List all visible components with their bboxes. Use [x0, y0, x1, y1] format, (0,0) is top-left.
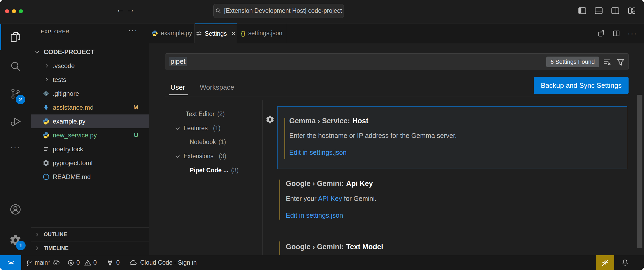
lock-file-icon — [43, 146, 50, 153]
branch-status-item[interactable]: main* — [26, 259, 60, 267]
setting-title: Gemma › Service:Host — [289, 117, 368, 125]
outline-section-header[interactable]: OUTLINE — [31, 227, 149, 241]
cloud-code-status-item[interactable]: Cloud Code - Sign in — [129, 259, 197, 267]
description-text: Enter your — [286, 195, 318, 202]
inline-suggestions-off-item[interactable] — [596, 255, 614, 270]
sidebar-item-search[interactable] — [0, 53, 31, 80]
toc-label: Pipet Code ... — [190, 167, 229, 174]
tree-root-code-project[interactable]: CODE-PROJECT — [31, 45, 149, 59]
sidebar-item-explorer[interactable] — [0, 24, 31, 51]
run-debug-icon — [9, 115, 22, 128]
notifications-bell-icon[interactable] — [621, 259, 629, 267]
setting-title: Google › Gemini:Text Model — [286, 243, 383, 251]
tree-item-new-service-py[interactable]: new_service.py U — [31, 128, 149, 142]
close-tab-icon[interactable]: × — [231, 30, 236, 37]
tab-example-py[interactable]: example.py — [149, 23, 195, 43]
manage-button[interactable] — [0, 227, 31, 253]
main-area: 2 ··· — [0, 23, 644, 255]
more-views-icon: ··· — [10, 142, 21, 152]
window-title: [Extension Development Host] code-projec… — [224, 7, 342, 14]
toggle-secondary-sidebar-icon[interactable] — [611, 6, 619, 15]
forward-icon[interactable]: → — [127, 5, 135, 14]
tree-item-vscode[interactable]: .vscode — [31, 59, 149, 73]
filter-settings-icon[interactable] — [616, 58, 625, 67]
toggle-panel-icon[interactable] — [594, 6, 603, 15]
toc-count: (3) — [219, 153, 226, 160]
toc-splitter[interactable] — [262, 100, 263, 255]
tab-settings[interactable]: Settings × — [195, 23, 237, 43]
scrollbar[interactable] — [637, 95, 642, 248]
tree-item-example-py[interactable]: example.py — [31, 114, 149, 128]
sidebar-item-run-debug[interactable] — [0, 108, 31, 135]
tab-settings-json[interactable]: {} settings.json — [237, 23, 286, 43]
setting-key: Text Model — [346, 243, 383, 251]
remote-indicator[interactable]: >< — [0, 255, 21, 270]
clear-settings-search-icon[interactable] — [603, 58, 612, 67]
timeline-section-header[interactable]: TIMELINE — [31, 241, 149, 255]
tree-item-poetry-lock[interactable]: poetry.lock — [31, 142, 149, 156]
close-window-button[interactable] — [5, 9, 9, 13]
tab-scope-user[interactable]: User — [170, 80, 185, 94]
settings-editor: pipet 6 Settings Found User — [149, 43, 644, 255]
setting-row-google-gemini-api-key[interactable]: Google › Gemini:Api Key Enter your API K… — [277, 176, 627, 239]
git-status-badge: M — [133, 104, 138, 111]
setting-description: Enter your API Key for Gemini. — [286, 195, 376, 202]
tree-item-readme-md[interactable]: README.md — [31, 170, 149, 184]
edit-in-settings-json-link[interactable]: Edit in settings.json — [286, 212, 343, 219]
api-key-link[interactable]: API Key — [318, 195, 342, 202]
additional-views-button[interactable]: ··· — [0, 134, 31, 160]
tree-item-tests[interactable]: tests — [31, 73, 149, 87]
editor-area: example.py Settings × {} settings.json — [149, 23, 644, 255]
file-label: example.py — [53, 118, 85, 125]
customize-layout-icon[interactable] — [627, 6, 636, 15]
tab-label: example.py — [161, 30, 192, 37]
title-bar: ← → [Extension Development Host] code-pr… — [0, 0, 644, 23]
tab-scope-workspace[interactable]: Workspace — [200, 80, 234, 94]
setting-description: Enter the hostname or IP address for the… — [289, 132, 457, 139]
accounts-button[interactable] — [0, 196, 31, 223]
modified-indicator — [284, 118, 285, 159]
setting-row-google-gemini-text-model[interactable]: Google › Gemini:Text Model — [277, 239, 627, 255]
zoom-window-button[interactable] — [19, 9, 23, 13]
scope-divider — [165, 97, 629, 97]
minimize-window-button[interactable] — [12, 9, 16, 13]
setting-title: Google › Gemini:Api Key — [286, 180, 373, 188]
settings-results-count-badge: 6 Settings Found — [546, 57, 599, 67]
open-changes-icon[interactable] — [598, 30, 605, 37]
tree-item-pyproject-toml[interactable]: pyproject.toml — [31, 156, 149, 170]
edit-in-settings-json-link[interactable]: Edit in settings.json — [289, 149, 347, 156]
tree-item-gitignore[interactable]: .gitignore — [31, 87, 149, 101]
files-icon — [9, 31, 22, 43]
split-editor-icon[interactable] — [613, 30, 620, 37]
branch-name: main* — [35, 259, 50, 266]
setting-actions-gear-icon[interactable] — [266, 115, 275, 124]
tree-item-assistance-md[interactable]: assistance.md M — [31, 101, 149, 114]
chevron-right-icon — [34, 232, 40, 237]
sidebar-item-source-control[interactable] — [0, 80, 31, 107]
setting-key: Api Key — [346, 180, 373, 188]
more-actions-icon[interactable]: ··· — [627, 29, 637, 38]
description-text: for Gemini. — [342, 195, 376, 202]
explorer-more-actions-icon[interactable]: ··· — [128, 26, 138, 35]
toc-item-notebook[interactable]: Notebook (1) — [165, 135, 262, 149]
search-icon — [10, 60, 21, 72]
search-icon — [215, 8, 221, 14]
cloud-code-label: Cloud Code - Sign in — [140, 259, 197, 266]
toc-item-text-editor[interactable]: Text Editor (2) — [165, 107, 262, 121]
command-center[interactable]: [Extension Development Host] code-projec… — [213, 4, 344, 18]
toc-item-extensions[interactable]: Extensions (3) — [165, 149, 262, 163]
problems-status-item[interactable]: 0 0 — [67, 259, 97, 266]
arrow-down-icon — [43, 104, 50, 111]
toc-item-features[interactable]: Features (1) — [165, 121, 262, 135]
backup-sync-settings-button[interactable]: Backup and Sync Settings — [534, 77, 629, 94]
toc-item-pipet-code[interactable]: Pipet Code ... (3) — [165, 163, 262, 177]
chevron-right-icon — [44, 77, 50, 83]
toggle-primary-sidebar-icon[interactable] — [578, 6, 586, 15]
back-icon[interactable]: ← — [116, 5, 124, 14]
chevron-right-icon — [44, 63, 50, 69]
toc-label: Notebook — [190, 138, 216, 146]
ports-status-item[interactable]: 0 — [106, 259, 120, 267]
setting-row-gemma-service-host[interactable]: Gemma › Service:Host Enter the hostname … — [277, 106, 627, 169]
settings-search-input[interactable]: pipet 6 Settings Found — [165, 53, 629, 70]
toc-label: Features — [184, 125, 208, 132]
